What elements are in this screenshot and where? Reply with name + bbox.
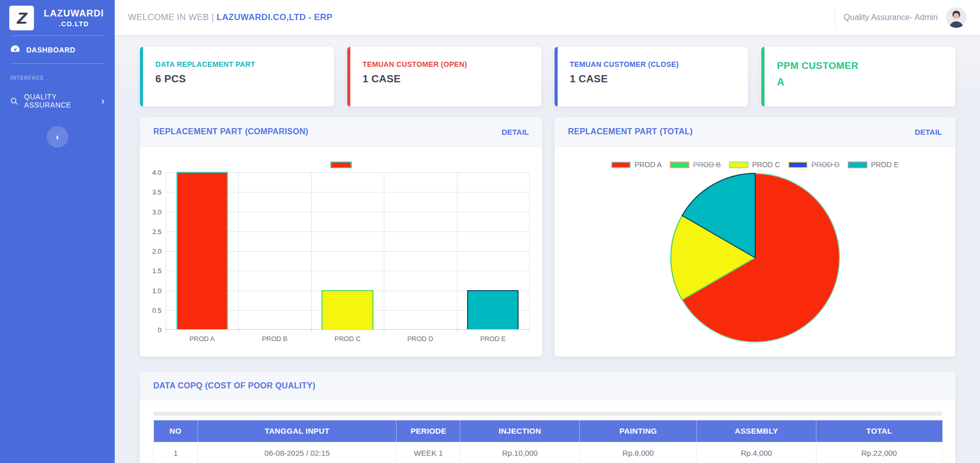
welcome-separator: | [211,12,214,22]
y-axis-tick-label: 2.0 [140,247,162,255]
user-avatar[interactable] [946,7,967,28]
legend-label: PROD D [811,161,839,169]
y-axis-tick-label: 4.0 [140,169,162,176]
axis-tick [384,330,384,332]
table-cell: Rp.10,000 [460,442,579,463]
company-logo: Z [9,6,34,30]
sidebar-item-quality-assurance[interactable]: QUALITY ASSURANCE › [0,84,115,118]
pie-chart-graphic [669,172,841,344]
y-axis-tick-label: 0.5 [140,307,162,314]
axis-tick [238,330,239,332]
y-axis-tick-label: 3.0 [140,208,162,216]
y-axis-tick-label: 0 [140,326,162,334]
table-cell: Rp.8,000 [579,442,697,463]
legend-marker [670,162,689,168]
chevron-right-icon: › [101,96,104,106]
axis-tick [311,330,312,332]
app-title: LAZUWARDI.CO,LTD - ERP [217,12,332,22]
legend-label: PROD E [871,161,899,169]
stat-card-value: 6 PCS [155,73,322,85]
table-cell: Rp.4,000 [697,442,816,463]
top-header: WELCOME IN WEB | LAZUWARDI.CO,LTD - ERP … [115,0,980,35]
avatar-illustration [946,7,967,28]
replacement-comparison-panel: REPLACEMENT PART (COMPARISON) DETAIL 4.0… [140,117,542,357]
table-cell: Rp.22,000 [816,442,942,463]
y-axis-tick-label: 2.5 [140,228,162,236]
legend-item-prod-e[interactable]: PROD E [848,161,899,169]
brand-name: LAZUWARDI [40,8,108,19]
axis-tick [457,330,457,332]
axis-tick [529,330,530,332]
copq-table: NOTANGGAL INPUTPERIODEINJECTIONPAINTINGA… [153,420,942,463]
gridline [238,172,239,329]
column-header: INJECTION [460,420,579,442]
legend-marker [729,162,749,168]
y-axis-tick-label: 3.5 [140,188,162,196]
stat-card[interactable]: TEMUAN CUSTOMER (CLOSE)1 CASE [555,47,749,106]
x-axis-category-label: PROD C [311,335,384,343]
bar-prod-e [467,290,519,330]
copq-panel: DATA COPQ (COST OF POOR QUALITY) NOTANGG… [140,372,955,463]
column-header: PAINTING [579,420,697,442]
legend-item-prod-a[interactable]: PROD A [611,161,662,169]
column-header: PERIODE [397,420,460,442]
table-header-row: NOTANGGAL INPUTPERIODEINJECTIONPAINTINGA… [154,420,942,442]
sidebar-item-label: DASHBOARD [26,46,76,54]
stat-card-value: 1 CASE [363,73,529,85]
column-header: NO [154,420,198,442]
x-axis-category-label: PROD B [238,335,311,343]
column-header: TANGGAL INPUT [198,420,396,442]
table-scrollbar-track[interactable] [153,412,942,416]
sidebar-item-dashboard[interactable]: DASHBOARD [0,36,115,63]
table-cell: WEEK 1 [397,442,460,463]
legend-marker [788,162,808,168]
stat-card-value: A [777,76,943,88]
search-icon [10,97,18,105]
bar-chart: 4.03.53.02.52.01.51.00.50 PROD APROD BPR… [140,147,542,357]
pie-chart: PROD APROD BPROD CPROD DPROD E [555,147,955,344]
legend-label: PROD C [752,161,780,169]
logo-z-glyph: Z [15,10,28,26]
panel-title: REPLACEMENT PART (TOTAL) [568,127,693,136]
y-axis-tick-label: 1.5 [140,267,162,275]
welcome-prefix: WELCOME IN WEB [128,12,209,22]
stat-card[interactable]: PPM CUSTOMERA [761,47,955,106]
gridline [384,172,384,329]
bar-prod-c [322,290,373,330]
legend-item-prod-c[interactable]: PROD C [729,161,780,169]
gridline [166,172,166,329]
bar-chart-legend-marker[interactable] [331,162,352,168]
gridline [311,172,312,329]
legend-item-prod-b[interactable]: PROD B [670,161,721,169]
panel-title: DATA COPQ (COST OF POOR QUALITY) [153,381,315,390]
y-axis-tick-label: 1.0 [140,287,162,295]
x-axis-category-label: PROD E [457,335,529,343]
legend-label: PROD A [634,161,662,169]
pie-chart-legend: PROD APROD BPROD CPROD DPROD E [611,161,898,169]
stat-card[interactable]: TEMUAN CUSTOMER (OPEN)1 CASE [347,47,541,106]
axis-tick [166,330,166,332]
column-header: ASSEMBLY [697,420,816,442]
bar-prod-a [176,172,228,329]
stat-card-title: DATA REPLACEMENT PART [155,60,322,68]
chevron-left-icon: ‹ [56,132,59,143]
stat-card-value: 1 CASE [570,73,736,85]
table-cell: 1 [154,442,198,463]
stat-card-title: TEMUAN CUSTOMER (CLOSE) [570,60,736,68]
user-name: Quality Assurance- Admin [844,13,938,22]
x-axis-category-label: PROD A [166,335,238,343]
total-detail-link[interactable]: DETAIL [915,128,942,136]
gridline [457,172,457,329]
replacement-total-panel: REPLACEMENT PART (TOTAL) DETAIL PROD APR… [555,117,955,357]
stat-card[interactable]: DATA REPLACEMENT PART6 PCS [140,47,334,106]
column-header: TOTAL [816,420,942,442]
brand[interactable]: Z LAZUWARDI .CO.LTD [0,0,115,35]
brand-suffix: .CO.LTD [40,20,108,28]
welcome-text: WELCOME IN WEB | LAZUWARDI.CO,LTD - ERP [128,12,332,23]
comparison-detail-link[interactable]: DETAIL [502,128,529,136]
legend-item-prod-d[interactable]: PROD D [788,161,839,169]
sidebar-collapse-button[interactable]: ‹ [47,126,68,148]
tachometer-icon [10,45,20,55]
panel-title: REPLACEMENT PART (COMPARISON) [153,127,308,136]
bar-chart-plot-area [166,172,529,330]
